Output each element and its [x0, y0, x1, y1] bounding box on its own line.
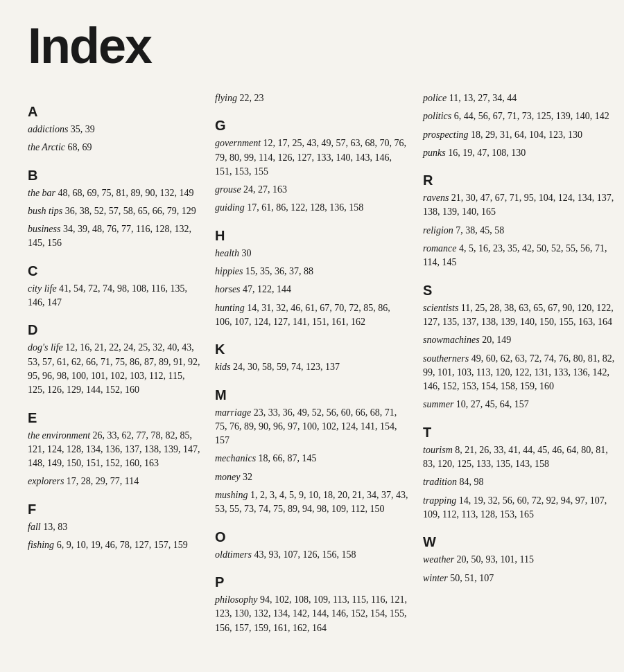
entry-term: kids — [215, 362, 233, 372]
index-entry: police 11, 13, 27, 34, 44 — [423, 91, 617, 105]
index-section: Ggovernment 12, 17, 25, 43, 49, 57, 63, … — [215, 118, 409, 215]
index-entry: tradition 84, 98 — [423, 475, 617, 489]
index-entry: fishing 6, 9, 10, 19, 46, 78, 127, 157, … — [28, 538, 201, 552]
index-entry: the environment 26, 33, 62, 77, 78, 82, … — [28, 429, 201, 471]
section-letter: S — [423, 283, 617, 299]
entry-term: winter — [423, 573, 450, 583]
entry-pages: 24, 30, 58, 59, 74, 123, 137 — [233, 362, 340, 372]
index-entry: city life 41, 54, 72, 74, 98, 108, 116, … — [28, 282, 201, 310]
entry-pages: 30 — [242, 248, 252, 258]
index-section: Hhealth 30hippies 15, 35, 36, 37, 88hors… — [215, 228, 409, 329]
entry-term: city life — [28, 283, 59, 294]
entry-pages: 6, 44, 56, 67, 71, 73, 125, 139, 140, 14… — [454, 111, 609, 121]
entry-pages: 43, 93, 107, 126, 156, 158 — [254, 549, 356, 560]
entry-term: police — [423, 93, 449, 103]
index-section: Wweather 20, 50, 93, 101, 115winter 50, … — [423, 534, 617, 585]
index-section: Ooldtimers 43, 93, 107, 126, 156, 158 — [215, 529, 409, 562]
index-section: Ffall 13, 83fishing 6, 9, 10, 19, 46, 78… — [28, 502, 201, 553]
entry-term: dog's life — [28, 342, 65, 353]
index-entry: kids 24, 30, 58, 59, 74, 123, 137 — [215, 360, 409, 374]
index-entry: money 32 — [215, 470, 409, 484]
index-entry: religion 7, 38, 45, 58 — [423, 224, 617, 238]
index-entry: explorers 17, 28, 29, 77, 114 — [28, 475, 201, 488]
entry-pages: 20, 50, 93, 101, 115 — [457, 554, 534, 565]
entry-term: government — [215, 138, 263, 148]
entry-pages: 48, 68, 69, 75, 81, 89, 90, 132, 149 — [58, 188, 194, 198]
entry-term: prospecting — [423, 130, 471, 140]
entry-pages: 6, 9, 10, 19, 46, 78, 127, 157, 159 — [57, 540, 188, 550]
index-entry: prospecting 18, 29, 31, 64, 104, 123, 13… — [423, 128, 617, 142]
entry-term: health — [215, 248, 242, 258]
section-letter: C — [28, 263, 201, 279]
section-letter: M — [215, 387, 409, 403]
entry-term: politics — [423, 111, 454, 121]
entry-pages: 15, 35, 36, 37, 88 — [245, 266, 313, 276]
index-columns: Aaddictions 35, 39the Arctic 68, 69Bthe … — [28, 91, 596, 641]
index-section: Sscientists 11, 25, 28, 38, 63, 65, 67, … — [423, 283, 617, 412]
entry-term: snowmachines — [423, 335, 482, 345]
column-2: flying 22, 23Ggovernment 12, 17, 25, 43,… — [215, 91, 409, 641]
entry-pages: 18, 66, 87, 145 — [259, 453, 317, 463]
index-entry: romance 4, 5, 16, 23, 35, 42, 50, 52, 55… — [423, 242, 617, 270]
entry-term: hunting — [215, 303, 247, 313]
section-letter: B — [28, 168, 201, 184]
index-entry: the Arctic 68, 69 — [28, 141, 201, 154]
index-entry: oldtimers 43, 93, 107, 126, 156, 158 — [215, 548, 409, 562]
index-section: Ttourism 8, 21, 26, 33, 41, 44, 45, 46, … — [423, 425, 617, 522]
index-entry: scientists 11, 25, 28, 38, 63, 65, 67, 9… — [423, 301, 617, 330]
index-entry: dog's life 12, 16, 21, 22, 24, 25, 32, 4… — [28, 341, 201, 397]
index-entry: hippies 15, 35, 36, 37, 88 — [215, 265, 409, 278]
entry-term: religion — [423, 225, 456, 236]
index-entry: horses 47, 122, 144 — [215, 283, 409, 297]
index-entry: tourism 8, 21, 26, 33, 41, 44, 45, 46, 6… — [423, 443, 617, 472]
entry-term: tourism — [423, 445, 455, 455]
entry-pages: 24, 27, 163 — [243, 184, 287, 195]
entry-pages: 47, 122, 144 — [243, 284, 291, 294]
entry-term: philosophy — [215, 594, 260, 605]
entry-pages: 50, 51, 107 — [450, 573, 494, 583]
column-1: Aaddictions 35, 39the Arctic 68, 69Bthe … — [28, 91, 201, 641]
section-letter: F — [28, 502, 201, 518]
entry-term: money — [215, 472, 243, 482]
index-section: Ccity life 41, 54, 72, 74, 98, 108, 116,… — [28, 263, 201, 310]
entry-term: mechanics — [215, 453, 259, 463]
index-entry: the bar 48, 68, 69, 75, 81, 89, 90, 132,… — [28, 186, 201, 200]
entry-pages: 22, 23 — [239, 93, 263, 103]
section-letter: K — [215, 342, 409, 357]
entry-pages: 84, 98 — [460, 477, 484, 487]
index-entry: punks 16, 19, 47, 108, 130 — [423, 146, 617, 160]
index-entry: philosophy 94, 102, 108, 109, 113, 115, … — [215, 593, 409, 635]
entry-term: horses — [215, 284, 243, 294]
index-entry: business 34, 39, 48, 76, 77, 116, 128, 1… — [28, 222, 201, 251]
entry-term: ravens — [423, 193, 451, 203]
index-entry: southerners 49, 60, 62, 63, 72, 74, 76, … — [423, 352, 617, 394]
section-letter: W — [423, 534, 617, 550]
entry-term: trapping — [423, 495, 459, 506]
entry-term: oldtimers — [215, 549, 254, 560]
entry-term: tradition — [423, 477, 460, 487]
entry-term: romance — [423, 243, 459, 254]
section-letter: D — [28, 322, 201, 338]
index-entry: guiding 17, 61, 86, 122, 128, 136, 158 — [215, 201, 409, 215]
section-letter: H — [215, 228, 409, 244]
entry-term: flying — [215, 93, 239, 103]
index-entry: snowmachines 20, 149 — [423, 333, 617, 347]
entry-pages: 68, 69 — [68, 142, 92, 152]
index-entry: bush tips 36, 38, 52, 57, 58, 65, 66, 79… — [28, 204, 201, 218]
index-entry: trapping 14, 19, 32, 56, 60, 72, 92, 94,… — [423, 494, 617, 522]
section-letter: P — [215, 574, 409, 590]
entry-term: southerners — [423, 353, 471, 364]
entry-pages: 35, 39 — [71, 124, 95, 134]
index-entry: summer 10, 27, 45, 64, 157 — [423, 398, 617, 412]
index-entry: winter 50, 51, 107 — [423, 572, 617, 585]
index-entry: mechanics 18, 66, 87, 145 — [215, 452, 409, 466]
entry-term: the environment — [28, 430, 93, 441]
section-letter: G — [215, 118, 409, 134]
entry-pages: 7, 38, 45, 58 — [456, 225, 504, 236]
entry-term: punks — [423, 148, 448, 158]
entry-term: fall — [28, 522, 43, 532]
entry-term: addictions — [28, 124, 71, 134]
entry-pages: 20, 149 — [482, 335, 511, 345]
entry-pages: 17, 28, 29, 77, 114 — [67, 476, 139, 486]
entry-pages: 17, 61, 86, 122, 128, 136, 158 — [247, 202, 363, 213]
